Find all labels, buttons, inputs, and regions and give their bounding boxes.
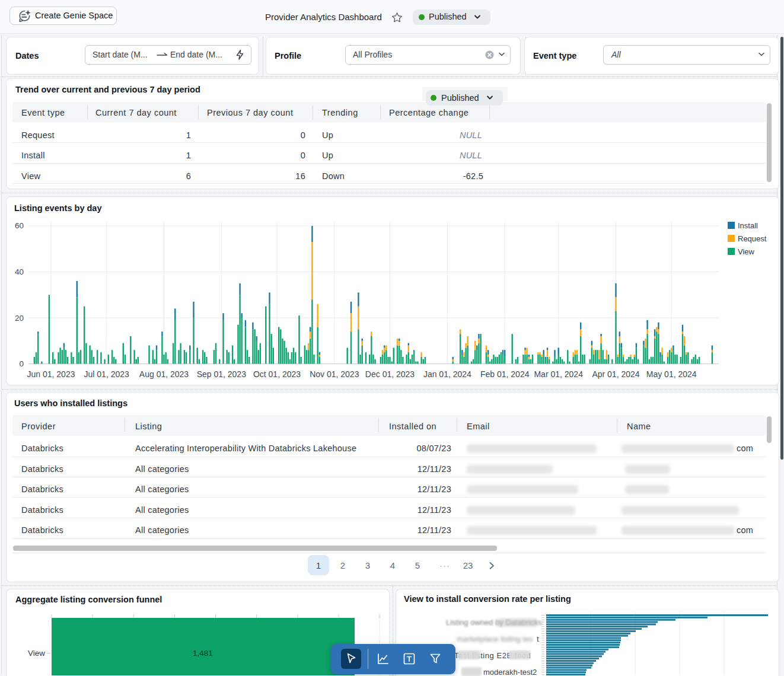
svg-text:Request: Request — [738, 234, 767, 243]
svg-text:Install: Install — [738, 221, 758, 230]
svg-text:Nov 01, 2023: Nov 01, 2023 — [310, 369, 359, 379]
svg-text:0: 0 — [19, 359, 24, 368]
svg-text:60: 60 — [15, 221, 24, 230]
svg-text:Apr 01, 2024: Apr 01, 2024 — [592, 369, 639, 379]
svg-text:Feb 01, 2024: Feb 01, 2024 — [480, 369, 530, 379]
svg-text:View: View — [28, 649, 45, 658]
svg-text:Jun 01, 2023: Jun 01, 2023 — [27, 369, 75, 379]
svg-text:Oct 01, 2023: Oct 01, 2023 — [253, 369, 301, 379]
svg-text:Dec 01, 2023: Dec 01, 2023 — [365, 369, 415, 379]
svg-text:Mar 01, 2024: Mar 01, 2024 — [534, 369, 583, 379]
svg-text:20: 20 — [15, 314, 24, 323]
svg-text:May 01, 2024: May 01, 2024 — [646, 369, 697, 379]
svg-text:1,481: 1,481 — [193, 649, 213, 658]
svg-text:40: 40 — [15, 267, 24, 276]
svg-text:Jan 01, 2024: Jan 01, 2024 — [423, 369, 471, 379]
svg-text:View: View — [738, 247, 755, 256]
svg-text:Jul 01, 2023: Jul 01, 2023 — [84, 369, 129, 379]
svg-text:Aug 01, 2023: Aug 01, 2023 — [139, 369, 189, 379]
svg-text:Sep 01, 2023: Sep 01, 2023 — [197, 369, 247, 379]
